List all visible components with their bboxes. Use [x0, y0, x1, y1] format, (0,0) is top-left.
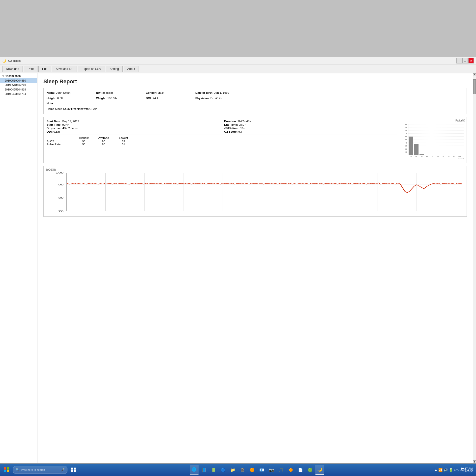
export-csv-button[interactable]: Export as CSV: [78, 66, 105, 72]
taskbar-app-8[interactable]: 🌙: [315, 465, 324, 475]
taskbar-app-excel[interactable]: 📗: [209, 465, 218, 475]
duration-value: 7h22m48s: [238, 120, 251, 123]
taskbar: 🔍 Type here to search 🎤 🌐 📘 📗 🔵 📁 📓 🟠 📧 …: [0, 464, 476, 476]
id-label: ID#:: [96, 91, 102, 94]
setting-button[interactable]: Setting: [106, 66, 122, 72]
sidebar-item-1[interactable]: 20190518162249: [0, 83, 37, 87]
odi-label: ODI:: [47, 130, 53, 133]
scroll-down-button[interactable]: ▼: [473, 460, 476, 463]
pulse-average: 66: [94, 143, 114, 146]
o2score-label: O2 Score:: [224, 130, 238, 133]
col-header-lowest: Lowest: [114, 136, 133, 139]
col-header-empty: [47, 136, 74, 139]
search-placeholder: Type here to search: [21, 468, 45, 471]
main-area: ▼ 1901320666 20190519004450 201905181622…: [0, 73, 476, 463]
spo2-lowest: 89: [114, 140, 133, 143]
sidebar-item-0[interactable]: 20190519004450: [0, 78, 37, 83]
taskbar-app-2[interactable]: 🟠: [248, 465, 257, 475]
scroll-up-button[interactable]: ▲: [473, 73, 476, 76]
taskbar-app-6[interactable]: 🔶: [286, 465, 295, 475]
taskbar-app-4[interactable]: 📷: [267, 465, 276, 475]
dob-value: Jan 1, 1960: [214, 91, 229, 94]
restore-button[interactable]: ❐: [462, 58, 468, 63]
duration-label: Duration:: [224, 120, 237, 123]
svg-text:100: 100: [56, 172, 63, 174]
taskbar-app-3[interactable]: 📧: [257, 465, 266, 475]
sidebar-item-2[interactable]: 20190425104818: [0, 87, 37, 92]
scroll-thumb[interactable]: [473, 79, 476, 94]
sidebar-group-label: 1901320666: [5, 75, 21, 78]
pulse-highest: 93: [74, 143, 94, 146]
svg-rect-56: [4, 470, 6, 472]
note-row: Note:: [47, 101, 464, 106]
taskbar-app-acrobat[interactable]: 📄: [296, 465, 305, 475]
start-time-label: Start Time:: [47, 123, 61, 126]
about-button[interactable]: About: [124, 66, 139, 72]
taskbar-app-5[interactable]: 🎵: [277, 465, 286, 475]
window-controls: — ❐ ✕: [456, 58, 474, 63]
physician-label: Physician:: [195, 97, 210, 100]
spo2-average: 96: [94, 140, 114, 143]
svg-text:80: 80: [432, 156, 433, 157]
svg-rect-59: [74, 468, 76, 470]
svg-text:80: 80: [58, 197, 63, 199]
gender-field: Gender: Male: [146, 90, 185, 95]
taskbar-app-7[interactable]: 🟢: [306, 465, 315, 475]
svg-text:85: 85: [426, 156, 428, 157]
svg-text:70: 70: [405, 133, 407, 135]
dob-label: Date of Birth:: [195, 91, 213, 94]
start-button[interactable]: [1, 464, 12, 475]
taskbar-app-1[interactable]: 📓: [238, 465, 247, 475]
report-title: Sleep Report: [43, 78, 467, 85]
start-date-value: May 19, 2019: [62, 120, 79, 123]
edit-button[interactable]: Edit: [38, 66, 51, 72]
task-view-svg: [71, 468, 76, 472]
taskbar-app-edge[interactable]: 🌐: [190, 465, 199, 475]
col-header-average: Average: [94, 136, 114, 139]
bmi-field: BMI: 24.4: [146, 96, 185, 101]
search-bar[interactable]: 🔍 Type here to search 🎤: [13, 466, 67, 474]
svg-text:90: 90: [58, 184, 63, 186]
o2score-field: O2 Score: 9.7: [224, 130, 397, 133]
name-value: John Smith: [56, 91, 70, 94]
weight-label: Weight:: [96, 97, 107, 100]
svg-text:70: 70: [443, 156, 444, 157]
o2score-value: 9.7: [238, 130, 242, 133]
start-time-field: Start Time: 00:44: [47, 123, 219, 126]
save-pdf-button[interactable]: Save as PDF: [52, 66, 77, 72]
svg-text:10: 10: [405, 151, 407, 153]
taskbar-app-chrome[interactable]: 🔵: [219, 465, 228, 475]
search-icon: 🔍: [16, 468, 19, 472]
report-content: Sleep Report Name: John Smith ID#: 88888…: [37, 73, 473, 225]
scrollbar[interactable]: ▲ ▼: [473, 73, 476, 463]
minimize-button[interactable]: —: [456, 58, 462, 63]
id-value: 8888888: [102, 91, 114, 94]
windows-icon: [4, 467, 9, 472]
svg-text:30: 30: [405, 145, 407, 147]
dob-field: Date of Birth: Jan 1, 1960: [195, 90, 235, 95]
taskbar-time[interactable]: 10:37 AM 2019-05-30: [460, 467, 473, 473]
svg-rect-57: [7, 470, 9, 472]
col-header-highest: Highest: [74, 136, 94, 139]
taskbar-app-files[interactable]: 📁: [228, 465, 237, 475]
taskbar-app-word[interactable]: 📘: [199, 465, 208, 475]
chevron-up-icon[interactable]: ▲: [434, 468, 437, 472]
stats-section: Start Date: May 19, 2019 Duration: 7h22m…: [43, 117, 467, 163]
svg-text:100: 100: [410, 156, 412, 157]
sidebar-group-header[interactable]: ▼ 1901320666: [0, 74, 37, 78]
toolbar: Download Print Edit Save as PDF Export a…: [0, 64, 476, 73]
print-button[interactable]: Print: [24, 66, 37, 72]
svg-rect-61: [74, 470, 76, 472]
svg-text:90: 90: [405, 127, 407, 129]
svg-text:75: 75: [437, 156, 439, 157]
start-time-value: 00:44: [62, 123, 69, 126]
close-button[interactable]: ✕: [468, 58, 474, 63]
download-button[interactable]: Download: [2, 66, 23, 72]
svg-text:95: 95: [416, 156, 417, 157]
pulse-label: Pulse Rate:: [47, 143, 74, 146]
microphone-icon: 🎤: [61, 468, 65, 472]
task-view-icon[interactable]: [69, 465, 78, 474]
report-area[interactable]: Sleep Report Name: John Smith ID#: 88888…: [37, 73, 473, 463]
title-bar: 🌙 O2 Insight — ❐ ✕: [0, 57, 476, 64]
sidebar-item-3[interactable]: 20190423161734: [0, 92, 37, 96]
